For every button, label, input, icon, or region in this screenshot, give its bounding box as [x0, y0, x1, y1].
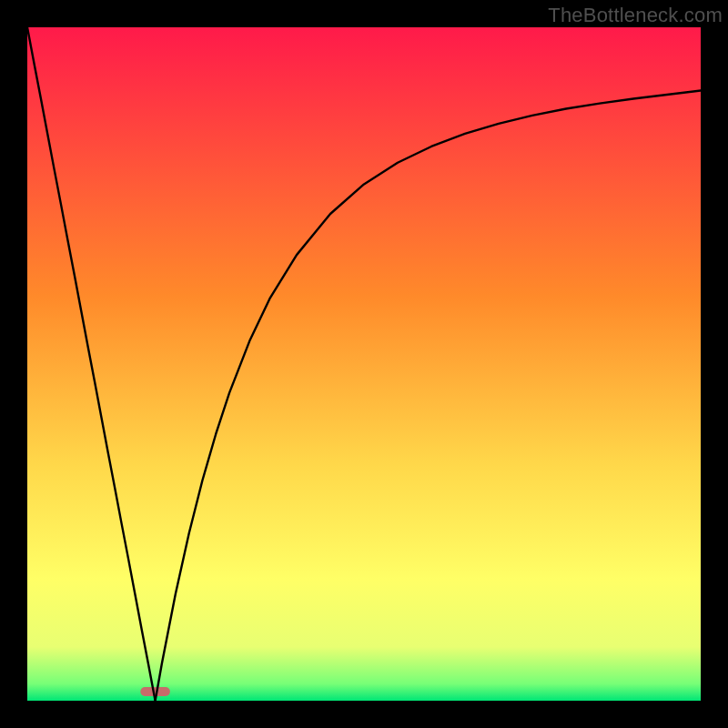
gradient-background — [27, 27, 701, 701]
outer-frame: TheBottleneck.com — [0, 0, 728, 728]
watermark-text: TheBottleneck.com — [548, 4, 723, 27]
plot-area — [27, 27, 701, 701]
chart-svg — [27, 27, 701, 701]
